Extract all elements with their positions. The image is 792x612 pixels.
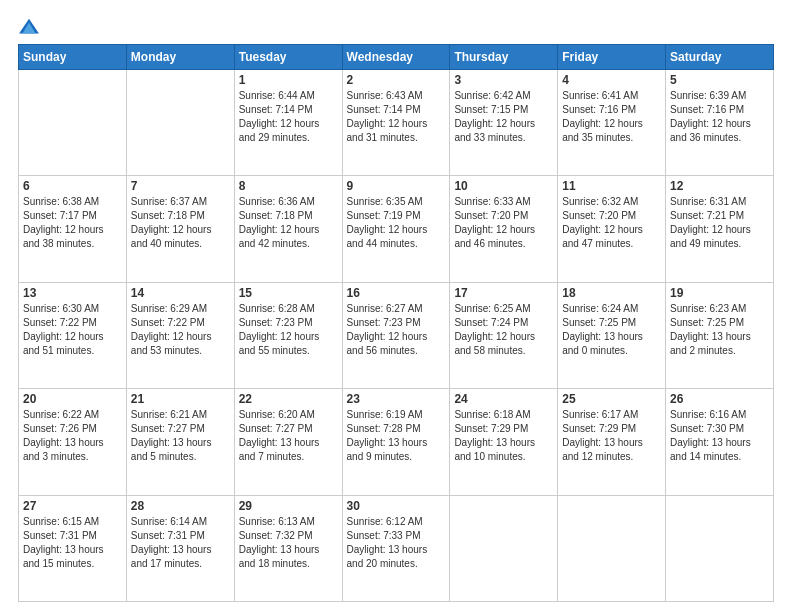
day-number: 5 [670,73,769,87]
calendar-cell: 29Sunrise: 6:13 AM Sunset: 7:32 PM Dayli… [234,495,342,601]
calendar-cell: 28Sunrise: 6:14 AM Sunset: 7:31 PM Dayli… [126,495,234,601]
day-detail: Sunrise: 6:33 AM Sunset: 7:20 PM Dayligh… [454,195,553,251]
header-row: SundayMondayTuesdayWednesdayThursdayFrid… [19,45,774,70]
calendar-cell: 25Sunrise: 6:17 AM Sunset: 7:29 PM Dayli… [558,389,666,495]
day-detail: Sunrise: 6:22 AM Sunset: 7:26 PM Dayligh… [23,408,122,464]
calendar-table: SundayMondayTuesdayWednesdayThursdayFrid… [18,44,774,602]
calendar-cell: 12Sunrise: 6:31 AM Sunset: 7:21 PM Dayli… [666,176,774,282]
day-number: 30 [347,499,446,513]
col-header-monday: Monday [126,45,234,70]
page: SundayMondayTuesdayWednesdayThursdayFrid… [0,0,792,612]
week-row-4: 20Sunrise: 6:22 AM Sunset: 7:26 PM Dayli… [19,389,774,495]
day-detail: Sunrise: 6:24 AM Sunset: 7:25 PM Dayligh… [562,302,661,358]
col-header-friday: Friday [558,45,666,70]
logo-icon [18,16,40,38]
calendar-cell [666,495,774,601]
col-header-wednesday: Wednesday [342,45,450,70]
calendar-cell: 23Sunrise: 6:19 AM Sunset: 7:28 PM Dayli… [342,389,450,495]
day-number: 27 [23,499,122,513]
day-number: 9 [347,179,446,193]
col-header-tuesday: Tuesday [234,45,342,70]
calendar-cell: 15Sunrise: 6:28 AM Sunset: 7:23 PM Dayli… [234,282,342,388]
day-detail: Sunrise: 6:43 AM Sunset: 7:14 PM Dayligh… [347,89,446,145]
calendar-cell: 16Sunrise: 6:27 AM Sunset: 7:23 PM Dayli… [342,282,450,388]
day-number: 15 [239,286,338,300]
day-detail: Sunrise: 6:28 AM Sunset: 7:23 PM Dayligh… [239,302,338,358]
logo [18,16,44,38]
day-number: 25 [562,392,661,406]
day-number: 16 [347,286,446,300]
week-row-3: 13Sunrise: 6:30 AM Sunset: 7:22 PM Dayli… [19,282,774,388]
day-detail: Sunrise: 6:21 AM Sunset: 7:27 PM Dayligh… [131,408,230,464]
day-detail: Sunrise: 6:17 AM Sunset: 7:29 PM Dayligh… [562,408,661,464]
day-number: 3 [454,73,553,87]
day-detail: Sunrise: 6:41 AM Sunset: 7:16 PM Dayligh… [562,89,661,145]
day-number: 12 [670,179,769,193]
calendar-cell: 10Sunrise: 6:33 AM Sunset: 7:20 PM Dayli… [450,176,558,282]
calendar-cell: 13Sunrise: 6:30 AM Sunset: 7:22 PM Dayli… [19,282,127,388]
day-detail: Sunrise: 6:12 AM Sunset: 7:33 PM Dayligh… [347,515,446,571]
day-number: 22 [239,392,338,406]
day-detail: Sunrise: 6:13 AM Sunset: 7:32 PM Dayligh… [239,515,338,571]
day-detail: Sunrise: 6:38 AM Sunset: 7:17 PM Dayligh… [23,195,122,251]
day-detail: Sunrise: 6:42 AM Sunset: 7:15 PM Dayligh… [454,89,553,145]
calendar-cell: 21Sunrise: 6:21 AM Sunset: 7:27 PM Dayli… [126,389,234,495]
day-number: 7 [131,179,230,193]
week-row-5: 27Sunrise: 6:15 AM Sunset: 7:31 PM Dayli… [19,495,774,601]
col-header-thursday: Thursday [450,45,558,70]
day-detail: Sunrise: 6:16 AM Sunset: 7:30 PM Dayligh… [670,408,769,464]
day-detail: Sunrise: 6:27 AM Sunset: 7:23 PM Dayligh… [347,302,446,358]
calendar-cell [450,495,558,601]
day-number: 18 [562,286,661,300]
calendar-cell: 5Sunrise: 6:39 AM Sunset: 7:16 PM Daylig… [666,70,774,176]
calendar-cell: 2Sunrise: 6:43 AM Sunset: 7:14 PM Daylig… [342,70,450,176]
calendar-cell: 26Sunrise: 6:16 AM Sunset: 7:30 PM Dayli… [666,389,774,495]
day-number: 8 [239,179,338,193]
calendar-cell: 4Sunrise: 6:41 AM Sunset: 7:16 PM Daylig… [558,70,666,176]
calendar-cell: 9Sunrise: 6:35 AM Sunset: 7:19 PM Daylig… [342,176,450,282]
calendar-cell: 8Sunrise: 6:36 AM Sunset: 7:18 PM Daylig… [234,176,342,282]
calendar-cell: 11Sunrise: 6:32 AM Sunset: 7:20 PM Dayli… [558,176,666,282]
calendar-cell [126,70,234,176]
day-detail: Sunrise: 6:36 AM Sunset: 7:18 PM Dayligh… [239,195,338,251]
calendar-cell: 17Sunrise: 6:25 AM Sunset: 7:24 PM Dayli… [450,282,558,388]
day-number: 23 [347,392,446,406]
day-detail: Sunrise: 6:39 AM Sunset: 7:16 PM Dayligh… [670,89,769,145]
calendar-cell: 6Sunrise: 6:38 AM Sunset: 7:17 PM Daylig… [19,176,127,282]
day-detail: Sunrise: 6:35 AM Sunset: 7:19 PM Dayligh… [347,195,446,251]
day-detail: Sunrise: 6:18 AM Sunset: 7:29 PM Dayligh… [454,408,553,464]
day-detail: Sunrise: 6:29 AM Sunset: 7:22 PM Dayligh… [131,302,230,358]
day-detail: Sunrise: 6:32 AM Sunset: 7:20 PM Dayligh… [562,195,661,251]
day-detail: Sunrise: 6:30 AM Sunset: 7:22 PM Dayligh… [23,302,122,358]
header [18,16,774,38]
day-number: 14 [131,286,230,300]
day-number: 19 [670,286,769,300]
calendar-cell: 18Sunrise: 6:24 AM Sunset: 7:25 PM Dayli… [558,282,666,388]
day-number: 1 [239,73,338,87]
calendar-cell: 3Sunrise: 6:42 AM Sunset: 7:15 PM Daylig… [450,70,558,176]
day-number: 13 [23,286,122,300]
week-row-1: 1Sunrise: 6:44 AM Sunset: 7:14 PM Daylig… [19,70,774,176]
calendar-cell: 27Sunrise: 6:15 AM Sunset: 7:31 PM Dayli… [19,495,127,601]
col-header-sunday: Sunday [19,45,127,70]
day-number: 29 [239,499,338,513]
day-detail: Sunrise: 6:44 AM Sunset: 7:14 PM Dayligh… [239,89,338,145]
day-detail: Sunrise: 6:31 AM Sunset: 7:21 PM Dayligh… [670,195,769,251]
calendar-cell: 7Sunrise: 6:37 AM Sunset: 7:18 PM Daylig… [126,176,234,282]
day-number: 6 [23,179,122,193]
day-detail: Sunrise: 6:15 AM Sunset: 7:31 PM Dayligh… [23,515,122,571]
day-detail: Sunrise: 6:14 AM Sunset: 7:31 PM Dayligh… [131,515,230,571]
day-number: 26 [670,392,769,406]
day-number: 24 [454,392,553,406]
calendar-cell: 14Sunrise: 6:29 AM Sunset: 7:22 PM Dayli… [126,282,234,388]
day-number: 10 [454,179,553,193]
day-detail: Sunrise: 6:25 AM Sunset: 7:24 PM Dayligh… [454,302,553,358]
day-number: 11 [562,179,661,193]
calendar-cell: 1Sunrise: 6:44 AM Sunset: 7:14 PM Daylig… [234,70,342,176]
day-number: 17 [454,286,553,300]
calendar-cell: 22Sunrise: 6:20 AM Sunset: 7:27 PM Dayli… [234,389,342,495]
day-detail: Sunrise: 6:23 AM Sunset: 7:25 PM Dayligh… [670,302,769,358]
day-detail: Sunrise: 6:19 AM Sunset: 7:28 PM Dayligh… [347,408,446,464]
day-number: 28 [131,499,230,513]
calendar-cell: 30Sunrise: 6:12 AM Sunset: 7:33 PM Dayli… [342,495,450,601]
